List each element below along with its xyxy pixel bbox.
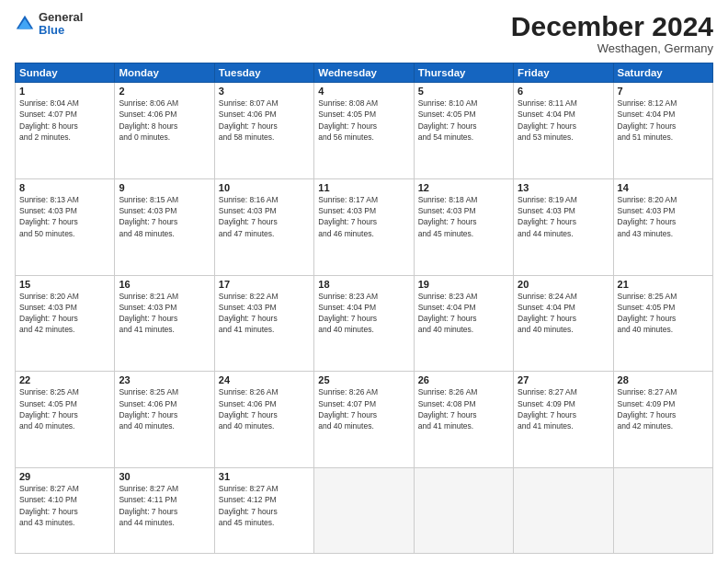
table-row: 18Sunrise: 8:23 AMSunset: 4:04 PMDayligh… <box>314 275 414 372</box>
day-info: Sunrise: 8:27 AMSunset: 4:10 PMDaylight:… <box>19 483 110 528</box>
table-row: 30Sunrise: 8:27 AMSunset: 4:11 PMDayligh… <box>115 468 214 554</box>
day-info: Sunrise: 8:25 AMSunset: 4:05 PMDaylight:… <box>19 386 110 431</box>
table-row: 15Sunrise: 8:20 AMSunset: 4:03 PMDayligh… <box>16 275 115 372</box>
day-number: 12 <box>418 182 509 193</box>
table-row: 23Sunrise: 8:25 AMSunset: 4:06 PMDayligh… <box>115 372 214 468</box>
title-block: December 2024 Westhagen, Germany <box>511 11 713 55</box>
day-number: 11 <box>318 182 409 193</box>
day-info: Sunrise: 8:11 AMSunset: 4:04 PMDaylight:… <box>518 98 609 143</box>
calendar-title: December 2024 <box>511 11 713 41</box>
day-number: 30 <box>119 471 210 482</box>
header-saturday: Saturday <box>613 63 712 83</box>
day-number: 24 <box>219 374 310 385</box>
day-info: Sunrise: 8:20 AMSunset: 4:03 PMDaylight:… <box>19 291 110 336</box>
day-number: 19 <box>418 279 509 290</box>
day-info: Sunrise: 8:25 AMSunset: 4:06 PMDaylight:… <box>119 386 210 431</box>
logo-text: General Blue <box>39 11 83 38</box>
table-row: 9Sunrise: 8:15 AMSunset: 4:03 PMDaylight… <box>115 178 214 275</box>
logo-general: General <box>39 11 83 24</box>
header-monday: Monday <box>115 63 214 83</box>
table-row: 4Sunrise: 8:08 AMSunset: 4:05 PMDaylight… <box>314 83 414 179</box>
table-row: 20Sunrise: 8:24 AMSunset: 4:04 PMDayligh… <box>514 275 613 372</box>
table-row <box>314 468 414 554</box>
day-number: 5 <box>418 86 509 97</box>
table-row: 5Sunrise: 8:10 AMSunset: 4:05 PMDaylight… <box>414 83 513 179</box>
week-row-2: 8Sunrise: 8:13 AMSunset: 4:03 PMDaylight… <box>16 178 713 275</box>
day-info: Sunrise: 8:07 AMSunset: 4:06 PMDaylight:… <box>219 98 310 143</box>
table-row: 3Sunrise: 8:07 AMSunset: 4:06 PMDaylight… <box>214 83 313 179</box>
week-row-3: 15Sunrise: 8:20 AMSunset: 4:03 PMDayligh… <box>16 275 713 372</box>
day-number: 26 <box>418 374 509 385</box>
day-info: Sunrise: 8:08 AMSunset: 4:05 PMDaylight:… <box>318 98 409 143</box>
day-number: 28 <box>618 374 709 385</box>
day-number: 31 <box>219 471 310 482</box>
table-row: 22Sunrise: 8:25 AMSunset: 4:05 PMDayligh… <box>16 372 115 468</box>
table-row: 2Sunrise: 8:06 AMSunset: 4:06 PMDaylight… <box>115 83 214 179</box>
day-number: 18 <box>318 279 409 290</box>
day-number: 9 <box>119 182 210 193</box>
table-row: 24Sunrise: 8:26 AMSunset: 4:06 PMDayligh… <box>214 372 313 468</box>
header-friday: Friday <box>514 63 613 83</box>
table-row: 6Sunrise: 8:11 AMSunset: 4:04 PMDaylight… <box>514 83 613 179</box>
day-number: 7 <box>618 86 709 97</box>
page: General Blue December 2024 Westhagen, Ge… <box>0 0 728 563</box>
day-info: Sunrise: 8:21 AMSunset: 4:03 PMDaylight:… <box>119 291 210 336</box>
table-row <box>414 468 513 554</box>
table-row: 17Sunrise: 8:22 AMSunset: 4:03 PMDayligh… <box>214 275 313 372</box>
header-tuesday: Tuesday <box>214 63 313 83</box>
logo-blue: Blue <box>39 24 83 37</box>
day-info: Sunrise: 8:13 AMSunset: 4:03 PMDaylight:… <box>19 194 110 239</box>
day-info: Sunrise: 8:27 AMSunset: 4:12 PMDaylight:… <box>219 483 310 528</box>
table-row: 8Sunrise: 8:13 AMSunset: 4:03 PMDaylight… <box>16 178 115 275</box>
day-number: 2 <box>119 86 210 97</box>
day-info: Sunrise: 8:24 AMSunset: 4:04 PMDaylight:… <box>518 291 609 336</box>
table-row: 14Sunrise: 8:20 AMSunset: 4:03 PMDayligh… <box>613 178 712 275</box>
header-wednesday: Wednesday <box>314 63 414 83</box>
table-row: 28Sunrise: 8:27 AMSunset: 4:09 PMDayligh… <box>613 372 712 468</box>
day-info: Sunrise: 8:27 AMSunset: 4:09 PMDaylight:… <box>618 386 709 431</box>
days-header-row: Sunday Monday Tuesday Wednesday Thursday… <box>16 63 713 83</box>
table-row: 25Sunrise: 8:26 AMSunset: 4:07 PMDayligh… <box>314 372 414 468</box>
table-row <box>613 468 712 554</box>
week-row-4: 22Sunrise: 8:25 AMSunset: 4:05 PMDayligh… <box>16 372 713 468</box>
day-info: Sunrise: 8:15 AMSunset: 4:03 PMDaylight:… <box>119 194 210 239</box>
day-number: 17 <box>219 279 310 290</box>
table-row: 11Sunrise: 8:17 AMSunset: 4:03 PMDayligh… <box>314 178 414 275</box>
day-number: 3 <box>219 86 310 97</box>
day-number: 21 <box>618 279 709 290</box>
table-row: 31Sunrise: 8:27 AMSunset: 4:12 PMDayligh… <box>214 468 313 554</box>
header: General Blue December 2024 Westhagen, Ge… <box>15 11 713 55</box>
day-info: Sunrise: 8:22 AMSunset: 4:03 PMDaylight:… <box>219 291 310 336</box>
table-row <box>514 468 613 554</box>
table-row: 16Sunrise: 8:21 AMSunset: 4:03 PMDayligh… <box>115 275 214 372</box>
day-info: Sunrise: 8:06 AMSunset: 4:06 PMDaylight:… <box>119 98 210 143</box>
day-number: 6 <box>518 86 609 97</box>
week-row-5: 29Sunrise: 8:27 AMSunset: 4:10 PMDayligh… <box>16 468 713 554</box>
day-number: 22 <box>19 374 110 385</box>
table-row: 21Sunrise: 8:25 AMSunset: 4:05 PMDayligh… <box>613 275 712 372</box>
day-info: Sunrise: 8:27 AMSunset: 4:09 PMDaylight:… <box>518 386 609 431</box>
day-number: 20 <box>518 279 609 290</box>
day-number: 4 <box>318 86 409 97</box>
day-info: Sunrise: 8:04 AMSunset: 4:07 PMDaylight:… <box>19 98 110 143</box>
day-info: Sunrise: 8:26 AMSunset: 4:08 PMDaylight:… <box>418 386 509 431</box>
day-number: 14 <box>618 182 709 193</box>
day-info: Sunrise: 8:26 AMSunset: 4:06 PMDaylight:… <box>219 386 310 431</box>
logo-icon <box>15 14 35 34</box>
day-info: Sunrise: 8:16 AMSunset: 4:03 PMDaylight:… <box>219 194 310 239</box>
day-info: Sunrise: 8:10 AMSunset: 4:05 PMDaylight:… <box>418 98 509 143</box>
day-number: 25 <box>318 374 409 385</box>
day-number: 8 <box>19 182 110 193</box>
day-number: 1 <box>19 86 110 97</box>
logo: General Blue <box>15 11 83 38</box>
day-info: Sunrise: 8:23 AMSunset: 4:04 PMDaylight:… <box>318 291 409 336</box>
day-number: 15 <box>19 279 110 290</box>
table-row: 7Sunrise: 8:12 AMSunset: 4:04 PMDaylight… <box>613 83 712 179</box>
day-info: Sunrise: 8:27 AMSunset: 4:11 PMDaylight:… <box>119 483 210 528</box>
table-row: 1Sunrise: 8:04 AMSunset: 4:07 PMDaylight… <box>16 83 115 179</box>
day-info: Sunrise: 8:18 AMSunset: 4:03 PMDaylight:… <box>418 194 509 239</box>
day-number: 27 <box>518 374 609 385</box>
table-row: 10Sunrise: 8:16 AMSunset: 4:03 PMDayligh… <box>214 178 313 275</box>
calendar-table: Sunday Monday Tuesday Wednesday Thursday… <box>15 63 713 554</box>
day-number: 23 <box>119 374 210 385</box>
